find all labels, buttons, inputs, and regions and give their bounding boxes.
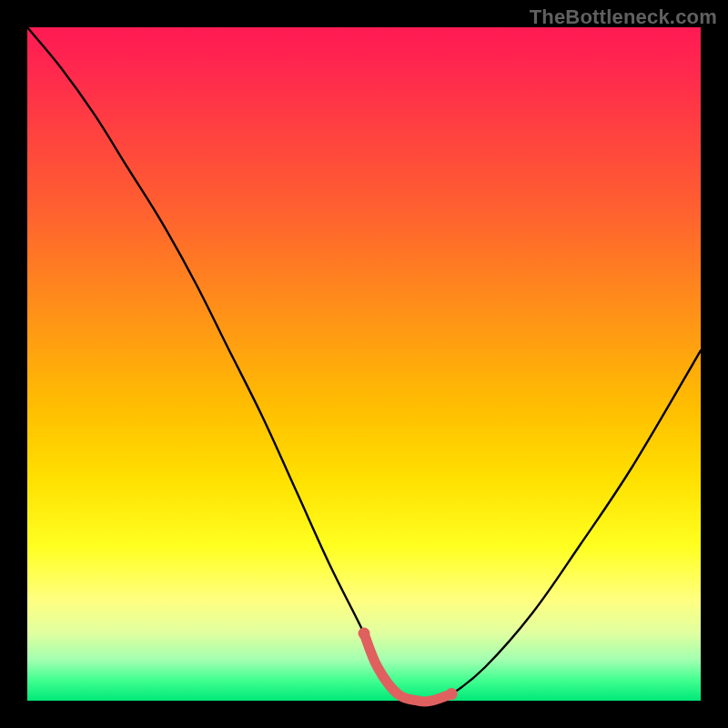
watermark: TheBottleneck.com bbox=[530, 5, 717, 29]
curve-layer bbox=[27, 27, 701, 701]
plot-area bbox=[27, 27, 701, 701]
bottleneck-curve bbox=[27, 27, 701, 702]
bottleneck-chart: TheBottleneck.com bbox=[0, 0, 728, 728]
optimal-region-start-dot bbox=[359, 628, 370, 640]
optimal-region-end-dot bbox=[446, 688, 458, 700]
optimal-region-marker bbox=[364, 633, 451, 702]
